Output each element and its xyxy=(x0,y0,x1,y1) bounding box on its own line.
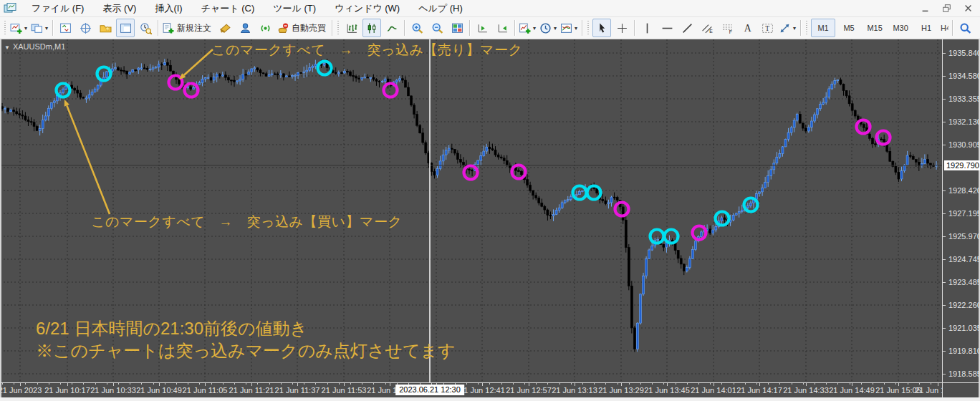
menu-tools[interactable]: ツール (T) xyxy=(264,1,325,16)
toolbar-new-chart-button[interactable]: ▾ xyxy=(9,19,29,37)
time-label: 21 Jun 14:49 xyxy=(829,386,875,395)
community-icon xyxy=(239,22,251,34)
toolbar-periods-button[interactable]: ▾ xyxy=(539,19,558,37)
toolbar-zoom-out-button[interactable] xyxy=(428,19,446,37)
toolbar-hline-button[interactable] xyxy=(658,19,676,37)
time-minor-tick xyxy=(25,383,26,385)
dropdown-arrow-icon[interactable]: ▾ xyxy=(24,25,27,32)
toolbar-autoscroll-button[interactable] xyxy=(493,19,511,37)
menu-window[interactable]: ウィンドウ (W) xyxy=(325,1,409,16)
toolbar-vline-button[interactable] xyxy=(638,19,656,37)
toolbar-cursor-button[interactable] xyxy=(592,19,611,37)
toolbar-chart-line-button[interactable] xyxy=(383,19,401,37)
price-tick xyxy=(943,145,946,145)
toolbar-tf-h1-button[interactable]: H1 xyxy=(914,19,938,37)
caption-annotation[interactable]: 6/21 日本時間の21:30前後の値動き ※このチャートは突っ込みマークのみ点… xyxy=(36,317,456,362)
toolbar-channel-button[interactable]: E xyxy=(698,19,716,37)
toolbar-arrows-button[interactable]: ▾ xyxy=(778,19,797,37)
time-minor-tick xyxy=(931,383,931,385)
toolbar-grip[interactable] xyxy=(587,21,589,35)
caption-line-1: 6/21 日本時間の21:30前後の値動き xyxy=(36,317,456,339)
time-minor-tick xyxy=(49,383,49,385)
toolbar-community-button[interactable] xyxy=(236,19,254,37)
toolbar-fibonacci-button[interactable]: F xyxy=(718,19,736,37)
toolbar-crosshair-button[interactable] xyxy=(612,19,631,37)
toolbar-tf-m1-button[interactable]: M1 xyxy=(811,19,835,37)
time-axis[interactable]: 2023.06.21 12:30 21 Jun 202321 Jun 10:17… xyxy=(0,382,942,398)
toolbar-tile-windows-button[interactable] xyxy=(448,19,466,37)
menu-charts[interactable]: チャート (C) xyxy=(192,1,264,16)
toolbar-terminal-button[interactable] xyxy=(116,19,135,37)
toolbar-strategy-tester-button[interactable] xyxy=(136,19,155,37)
time-label: 21 Jun 12:57 xyxy=(506,386,552,395)
toolbar-trendline-button[interactable] xyxy=(678,19,696,37)
dropdown-arrow-icon[interactable]: ▾ xyxy=(575,25,577,32)
autotrading-label: 自動売買 xyxy=(292,22,326,34)
time-minor-tick xyxy=(107,383,107,385)
toolbar-chat-button[interactable]: 1 xyxy=(976,19,980,37)
toolbar-shift-end-button[interactable] xyxy=(473,19,491,37)
dropdown-arrow-icon[interactable]: ▾ xyxy=(45,25,48,32)
new-chart-icon xyxy=(10,22,22,34)
toolbar-autotrading-button[interactable]: 自動売買 xyxy=(276,19,329,37)
menu-file[interactable]: ファイル (F) xyxy=(22,1,93,16)
chevron-down-icon: ▼ xyxy=(4,44,10,51)
window-controls xyxy=(916,1,978,14)
toolbar-profiles-button[interactable]: ▾ xyxy=(30,19,49,37)
time-minor-tick xyxy=(513,383,514,385)
chart-bars-icon xyxy=(346,22,358,34)
time-label: 21 Jun 14:01 xyxy=(691,386,736,395)
buy-annotation[interactable]: このマークすべて → 突っ込み【買い】マーク xyxy=(91,213,402,231)
toolbar-navigator-button[interactable] xyxy=(96,19,115,37)
toolbar-new-order-button[interactable]: 新規注文 xyxy=(161,19,214,37)
toolbar-grip[interactable] xyxy=(805,21,807,35)
time-minor-tick xyxy=(118,383,119,385)
tf-h4-label: H4 xyxy=(941,24,949,32)
price-label: 1918.585 xyxy=(948,369,980,378)
price-axis[interactable]: 1929.790 1935.8401934.5801933.3551932.13… xyxy=(942,39,979,382)
time-minor-tick xyxy=(385,383,386,385)
sell-annotation[interactable]: このマークすべて → 突っ込み【売り】マーク xyxy=(211,41,522,59)
menu-insert[interactable]: 挿入(I) xyxy=(145,1,191,16)
toolbar-metaeditor-button[interactable] xyxy=(216,19,234,37)
toolbar-signals-button[interactable] xyxy=(256,19,274,37)
toolbar-label-button[interactable]: T xyxy=(758,19,777,37)
toolbar-zoom-in-button[interactable] xyxy=(408,19,426,37)
time-minor-tick xyxy=(188,383,188,385)
time-minor-tick xyxy=(687,383,688,385)
chart-plot[interactable]: ▼XAUUSDm,M1 このマークすべて → 突っ込み【売り】マーク このマーク… xyxy=(0,39,942,382)
dropdown-arrow-icon[interactable]: ▾ xyxy=(554,25,557,32)
sell-mark[interactable] xyxy=(185,84,198,97)
time-minor-tick xyxy=(582,383,583,385)
toolbar-text-button[interactable]: A xyxy=(738,19,756,37)
menu-help[interactable]: ヘルプ (H) xyxy=(409,1,472,16)
time-minor-tick xyxy=(14,383,14,385)
toolbar-templates-button[interactable]: ▾ xyxy=(559,19,579,37)
svg-text:F: F xyxy=(729,29,731,34)
dropdown-arrow-icon[interactable]: ▾ xyxy=(533,25,536,32)
toolbar-tf-m15-button[interactable]: M15 xyxy=(863,19,887,37)
restore-button[interactable] xyxy=(937,1,956,14)
annotation-arrow[interactable] xyxy=(64,100,110,214)
toolbar-search-button[interactable] xyxy=(956,19,974,37)
window-bottom-edge xyxy=(0,397,980,401)
annotation-arrow[interactable] xyxy=(179,49,213,79)
toolbar-tf-m30-button[interactable]: M30 xyxy=(888,19,913,37)
toolbar-tf-h4-button[interactable]: H4 xyxy=(940,19,949,37)
time-minor-tick xyxy=(919,383,920,385)
dropdown-arrow-icon[interactable]: ▾ xyxy=(793,25,796,32)
time-minor-tick xyxy=(292,383,293,385)
close-button[interactable] xyxy=(959,1,978,14)
toolbar-chart-bars-button[interactable] xyxy=(342,19,361,37)
minimize-button[interactable] xyxy=(916,1,935,14)
toolbar-chart-candles-button[interactable] xyxy=(362,19,381,37)
toolbar-market-watch-button[interactable] xyxy=(56,19,75,37)
trendline-icon xyxy=(681,22,693,34)
toolbar-indicators-button[interactable]: ▾ xyxy=(518,19,537,37)
toolbar-tf-m5-button[interactable]: M5 xyxy=(837,19,861,37)
toolbar-data-window-button[interactable] xyxy=(76,19,95,37)
toolbar-grip[interactable] xyxy=(337,21,339,35)
time-minor-tick xyxy=(2,383,3,385)
menu-view[interactable]: 表示 (V) xyxy=(93,1,145,16)
toolbar-grip[interactable] xyxy=(4,21,6,35)
